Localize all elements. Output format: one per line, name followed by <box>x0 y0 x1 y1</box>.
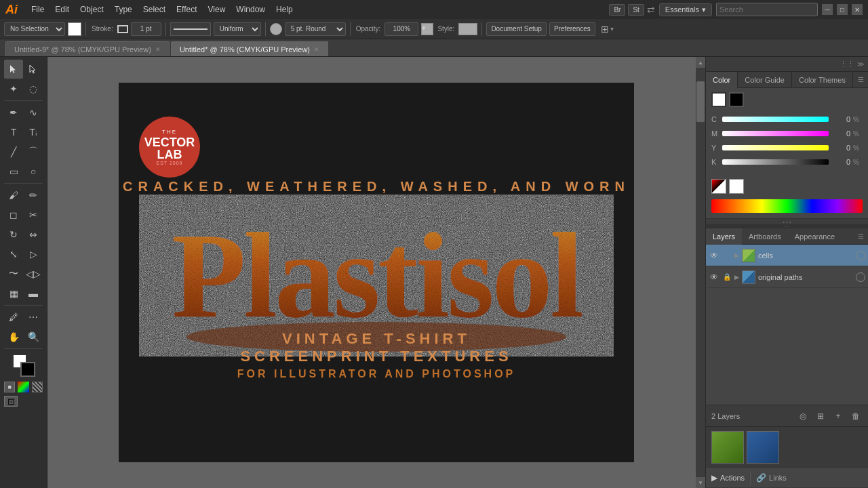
curvature-tool[interactable]: ∿ <box>24 103 43 122</box>
layer-row-cells[interactable]: 👁 ▶ cells <box>706 245 868 266</box>
menu-help[interactable]: Help <box>271 2 298 17</box>
tab-layers[interactable]: Layers <box>706 228 742 245</box>
selection-dropdown[interactable]: No Selection <box>4 22 65 36</box>
selection-tool[interactable] <box>4 60 23 79</box>
fill-stroke-switcher[interactable] <box>12 354 35 377</box>
fill-swatch[interactable] <box>68 22 81 36</box>
layer-target-orig[interactable] <box>856 272 865 282</box>
stroke-width-input[interactable] <box>131 22 161 36</box>
warp-tool[interactable]: 〜 <box>4 264 23 283</box>
menu-select[interactable]: Select <box>138 2 171 17</box>
scroll-up-btn[interactable]: ▲ <box>696 57 705 68</box>
blend-tool[interactable]: ⋯ <box>24 308 43 327</box>
stock-btn[interactable]: St <box>628 4 644 16</box>
layer-lock-orig[interactable]: 🔒 <box>722 273 732 281</box>
tab-appearance[interactable]: Appearance <box>788 228 842 245</box>
color-spectrum-bar[interactable] <box>711 199 863 213</box>
layers-new-layer-btn[interactable]: + <box>831 409 845 423</box>
pencil-tool[interactable]: ✏ <box>24 186 43 205</box>
artboard[interactable]: CRACKED, WEATHERED, WASHED, AND WORN THE… <box>119 83 634 462</box>
menu-view[interactable]: View <box>203 2 231 17</box>
reflect-tool[interactable]: ⇔ <box>24 225 43 244</box>
menu-type[interactable]: Type <box>109 2 138 17</box>
tab-close-1[interactable]: ✕ <box>314 46 319 53</box>
minimize-button[interactable]: ─ <box>822 4 833 15</box>
scroll-down-btn[interactable]: ▼ <box>696 477 705 488</box>
arc-tool[interactable]: ⌒ <box>24 142 43 161</box>
zoom-tool[interactable]: 🔍 <box>24 327 43 346</box>
layer-expand-cells[interactable]: ▶ <box>734 252 739 259</box>
layers-menu-icon[interactable]: ☰ <box>854 232 868 240</box>
graph-tool[interactable]: ▦ <box>4 284 23 303</box>
layer-target-cells[interactable] <box>856 251 865 260</box>
width-tool[interactable]: ◁▷ <box>24 264 43 283</box>
workspace-selector[interactable]: Essentials ▾ <box>659 3 712 16</box>
document-setup-button[interactable]: Document Setup <box>486 22 547 36</box>
eyedropper-tool[interactable]: 🖉 <box>4 308 23 327</box>
tab-close-0[interactable]: ✕ <box>155 46 161 53</box>
close-button[interactable]: ✕ <box>852 4 863 15</box>
arrange-icons[interactable]: ⊞ ▾ <box>601 24 614 35</box>
scale-tool[interactable]: ⤡ <box>4 245 23 264</box>
ellipse-tool[interactable]: ○ <box>24 162 43 181</box>
none-mode-btn[interactable] <box>32 382 43 392</box>
touch-type-tool[interactable]: Tᵢ <box>24 123 43 142</box>
links-btn[interactable]: 🔗 Links <box>756 473 787 483</box>
c-slider[interactable] <box>722 117 829 122</box>
y-slider[interactable] <box>722 145 829 150</box>
layer-eye-cells[interactable]: 👁 <box>709 250 719 261</box>
canvas-scrollbar-v[interactable]: ▲ ▼ <box>696 57 705 488</box>
maximize-button[interactable]: □ <box>837 4 848 15</box>
opacity-arrow[interactable]: ▾ <box>421 23 433 35</box>
m-slider[interactable] <box>722 131 829 136</box>
color-none-swatch[interactable] <box>711 179 726 194</box>
color-panel-menu[interactable]: ☰ <box>854 76 868 83</box>
layer-expand-orig[interactable]: ▶ <box>734 274 739 281</box>
tab-color[interactable]: Color <box>706 72 738 88</box>
tab-0[interactable]: Untitled-9* @ 78% (CMYK/GPU Preview) ✕ <box>5 41 170 56</box>
rect-tool[interactable]: ▭ <box>4 162 23 181</box>
scroll-thumb-v[interactable] <box>696 81 705 122</box>
menu-file[interactable]: File <box>26 2 50 17</box>
gradient-mode-btn[interactable] <box>18 382 28 392</box>
layers-locate-btn[interactable]: ◎ <box>796 409 810 423</box>
menu-window[interactable]: Window <box>231 2 271 17</box>
line-tool[interactable]: ╱ <box>4 142 23 161</box>
layer-thumb-cells[interactable] <box>711 431 744 464</box>
layer-eye-orig[interactable]: 👁 <box>709 272 719 283</box>
paintbrush-tool[interactable]: 🖌 <box>4 186 23 205</box>
search-input[interactable] <box>716 3 818 16</box>
style-swatch[interactable] <box>458 23 477 35</box>
tab-1[interactable]: Untitled* @ 78% (CMYK/GPU Preview) ✕ <box>171 41 328 56</box>
panel-expand-icon[interactable]: ≫ <box>857 60 864 68</box>
tab-color-themes[interactable]: Color Themes <box>792 72 853 88</box>
scissors-tool[interactable]: ✂ <box>24 205 43 224</box>
normal-screen-btn[interactable]: ⊡ <box>4 396 18 407</box>
tab-color-guide[interactable]: Color Guide <box>738 72 792 88</box>
bridge-btn[interactable]: Br <box>609 4 625 16</box>
magic-wand-tool[interactable]: ✦ <box>4 79 23 98</box>
layers-new-from-selection-btn[interactable]: ⊞ <box>814 409 827 423</box>
eraser-tool[interactable]: ◻ <box>4 205 23 224</box>
hand-tool[interactable]: ✋ <box>4 327 23 346</box>
menu-effect[interactable]: Effect <box>171 2 202 17</box>
layers-delete-btn[interactable]: 🗑 <box>849 409 863 423</box>
color-fill-swatch[interactable] <box>711 92 726 107</box>
sync-icon[interactable]: ⇄ <box>647 4 655 15</box>
stroke-indicator[interactable] <box>20 362 35 377</box>
color-mode-btn[interactable]: ■ <box>4 382 15 392</box>
lasso-tool[interactable]: ◌ <box>24 79 43 98</box>
opacity-input[interactable] <box>384 22 418 36</box>
menu-object[interactable]: Object <box>75 2 109 17</box>
k-slider[interactable] <box>722 159 829 165</box>
shear-tool[interactable]: ▷ <box>24 245 43 264</box>
brush-size-dropdown[interactable]: 5 pt. Round <box>285 22 346 36</box>
pen-tool[interactable]: ✒ <box>4 103 23 122</box>
stroke-type-dropdown[interactable]: Uniform <box>214 22 261 36</box>
type-tool[interactable]: T <box>4 123 23 142</box>
layer-thumb-orig[interactable] <box>747 431 779 464</box>
color-white-swatch[interactable] <box>729 179 744 194</box>
column-graph-tool[interactable]: ▬ <box>24 284 43 303</box>
layer-row-orig[interactable]: 👁 🔒 ▶ original paths <box>706 266 868 288</box>
color-stroke-swatch[interactable] <box>729 92 744 107</box>
